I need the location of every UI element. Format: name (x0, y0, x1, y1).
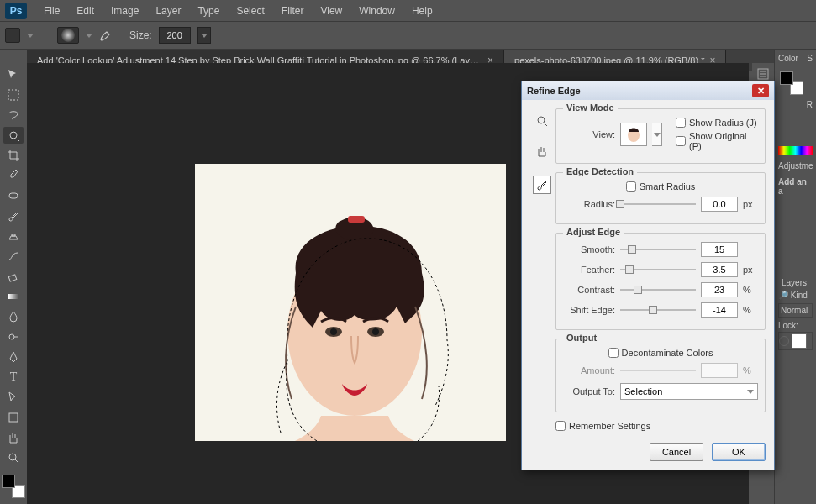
radius-label: Radius: (563, 199, 615, 209)
svg-rect-3 (8, 275, 17, 281)
color-panel-tab[interactable]: Color S (775, 50, 816, 66)
amount-input (701, 363, 738, 378)
tool-preset-picker[interactable] (5, 28, 20, 43)
view-mode-picker[interactable] (620, 123, 647, 146)
color-ramp[interactable] (778, 146, 813, 155)
decontaminate-checkbox[interactable]: Decontaminate Colors (608, 348, 713, 358)
adjustments-panel-tab[interactable]: Adjustme (775, 158, 816, 174)
radius-slider[interactable] (620, 198, 696, 210)
amount-label: Amount: (563, 365, 615, 375)
feather-slider[interactable] (620, 264, 696, 276)
brush-tool[interactable] (3, 207, 24, 224)
menu-filter[interactable]: Filter (273, 2, 313, 20)
refine-brush-icon[interactable] (533, 176, 551, 194)
menu-layer[interactable]: Layer (147, 2, 189, 20)
radius-unit: px (743, 199, 758, 209)
menu-image[interactable]: Image (103, 2, 147, 20)
blur-tool[interactable] (3, 308, 24, 325)
output-legend: Output (563, 333, 600, 343)
size-dropdown[interactable] (197, 27, 211, 44)
contrast-slider[interactable] (620, 284, 696, 296)
shift-input[interactable] (701, 302, 738, 318)
app-logo: Ps (5, 3, 27, 19)
pen-tool[interactable] (3, 349, 24, 365)
feather-label: Feather: (563, 265, 615, 275)
zoom-tool[interactable] (3, 449, 24, 466)
show-radius-checkbox[interactable]: Show Radius (J) (676, 118, 758, 128)
svg-rect-4 (8, 294, 18, 299)
menu-file[interactable]: File (35, 2, 68, 20)
layer-filter[interactable]: 🔎 Kind (778, 291, 813, 300)
add-adjustment-label: Add an a (775, 174, 816, 199)
menu-select[interactable]: Select (228, 2, 272, 20)
chevron-down-icon[interactable] (27, 34, 34, 38)
menubar: Ps File Edit Image Layer Type Select Fil… (0, 0, 816, 21)
layer-row[interactable] (778, 332, 813, 350)
show-original-checkbox[interactable]: Show Original (P) (676, 131, 758, 151)
view-mode-dropdown[interactable] (652, 123, 662, 146)
menu-edit[interactable]: Edit (68, 2, 103, 20)
eraser-tool[interactable] (3, 268, 24, 285)
quick-select-tool[interactable] (3, 127, 24, 144)
svg-point-13 (372, 328, 379, 335)
remember-settings-checkbox[interactable]: Remember Settings (555, 421, 766, 431)
document-canvas[interactable] (195, 164, 506, 441)
cancel-button[interactable]: Cancel (650, 443, 703, 461)
blend-mode-select[interactable]: Normal (778, 303, 813, 318)
svg-rect-6 (9, 413, 18, 422)
healing-brush-tool[interactable] (3, 187, 24, 204)
view-mode-legend: View Mode (563, 102, 618, 113)
dialog-title: Refine Edge (527, 86, 581, 96)
type-tool[interactable]: T (3, 369, 24, 386)
shift-slider[interactable] (620, 304, 696, 316)
smart-radius-checkbox[interactable]: Smart Radius (626, 181, 696, 192)
menu-type[interactable]: Type (189, 2, 228, 20)
path-select-tool[interactable] (3, 389, 24, 406)
ok-button[interactable]: OK (712, 443, 766, 461)
smooth-slider[interactable] (620, 244, 696, 255)
menu-help[interactable]: Help (403, 2, 441, 20)
marquee-tool[interactable] (3, 87, 24, 103)
eyedropper-tool[interactable] (3, 167, 24, 184)
menu-window[interactable]: Window (350, 2, 403, 20)
brush-size-input[interactable] (159, 27, 191, 44)
svg-point-15 (538, 117, 545, 123)
radius-input[interactable] (701, 197, 738, 212)
hand-tool[interactable] (3, 429, 24, 446)
svg-rect-2 (9, 193, 18, 198)
contrast-input[interactable] (701, 282, 738, 297)
color-swatch[interactable] (780, 71, 803, 95)
refine-edge-dialog: Refine Edge ✕ View Mode View: Show Radiu… (521, 81, 775, 470)
crop-tool[interactable] (3, 147, 24, 164)
dialog-titlebar[interactable]: Refine Edge ✕ (522, 81, 774, 100)
move-tool[interactable] (3, 66, 24, 83)
shape-tool[interactable] (3, 409, 24, 426)
history-brush-tool[interactable] (3, 248, 24, 265)
output-group: Output Decontaminate Colors Amount: % Ou… (555, 339, 766, 412)
layers-panel-tab[interactable]: Layers (778, 275, 813, 291)
svg-rect-9 (348, 216, 365, 223)
amount-slider (620, 365, 696, 376)
size-label: Size: (129, 29, 152, 41)
visibility-toggle[interactable] (779, 336, 789, 346)
feather-input[interactable] (701, 262, 738, 277)
lasso-tool[interactable] (3, 107, 24, 123)
dodge-tool[interactable] (3, 328, 24, 345)
layer-thumbnail (792, 333, 807, 349)
hand-tool-icon[interactable] (533, 142, 551, 160)
clone-stamp-tool[interactable] (3, 228, 24, 244)
zoom-tool-icon[interactable] (533, 112, 551, 130)
amount-unit: % (743, 365, 758, 375)
foreground-background-colors[interactable] (2, 475, 25, 498)
close-button[interactable]: ✕ (752, 84, 769, 97)
brush-preview[interactable] (57, 27, 79, 44)
chevron-down-icon[interactable] (86, 34, 92, 38)
view-label: View: (563, 129, 615, 139)
menu-view[interactable]: View (312, 2, 350, 20)
output-to-select[interactable]: Selection (620, 383, 758, 400)
history-panel-icon[interactable] (755, 66, 771, 81)
gradient-tool[interactable] (3, 288, 24, 305)
smooth-input[interactable] (701, 242, 738, 257)
adjust-legend: Adjust Edge (563, 227, 624, 237)
shift-unit: % (743, 305, 758, 315)
